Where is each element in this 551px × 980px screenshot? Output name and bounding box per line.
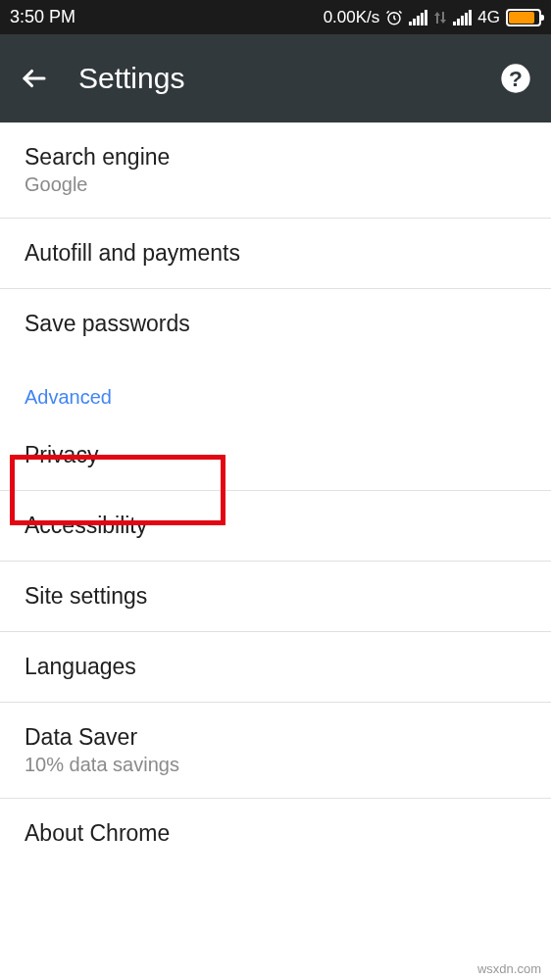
app-bar: Settings ? <box>0 34 551 122</box>
setting-autofill[interactable]: Autofill and payments <box>0 219 551 289</box>
item-title: Search engine <box>25 144 526 171</box>
signal-icon <box>409 10 427 25</box>
signal-icon-2 <box>453 10 472 25</box>
item-title: Accessibility <box>25 513 526 539</box>
setting-languages[interactable]: Languages <box>0 632 551 703</box>
data-arrows-icon <box>433 10 447 25</box>
setting-site-settings[interactable]: Site settings <box>0 562 551 632</box>
setting-privacy[interactable]: Privacy <box>0 420 551 491</box>
item-title: Autofill and payments <box>25 240 526 267</box>
item-title: Site settings <box>25 583 526 610</box>
status-time: 3:50 PM <box>10 7 75 27</box>
setting-search-engine[interactable]: Search engine Google <box>0 122 551 219</box>
battery-icon <box>506 9 541 26</box>
item-title: Privacy <box>25 442 526 468</box>
setting-data-saver[interactable]: Data Saver 10% data savings <box>0 703 551 799</box>
item-subtitle: 10% data savings <box>25 754 526 776</box>
alarm-icon <box>385 9 403 26</box>
setting-save-passwords[interactable]: Save passwords <box>0 289 551 359</box>
section-header-advanced: Advanced <box>0 359 551 420</box>
back-button[interactable] <box>20 64 49 93</box>
page-title: Settings <box>78 62 471 95</box>
setting-about-chrome[interactable]: About Chrome <box>0 799 551 868</box>
settings-list: Search engine Google Autofill and paymen… <box>0 122 551 868</box>
network-label: 4G <box>477 8 500 27</box>
item-title: Save passwords <box>25 311 526 337</box>
status-indicators: 0.00K/s 4G <box>324 8 541 27</box>
help-button[interactable]: ? <box>500 63 531 94</box>
item-title: About Chrome <box>25 820 526 847</box>
item-title: Languages <box>25 654 526 680</box>
svg-text:?: ? <box>509 66 523 91</box>
item-subtitle: Google <box>25 173 526 196</box>
setting-accessibility[interactable]: Accessibility <box>0 491 551 562</box>
item-title: Data Saver <box>25 724 526 751</box>
data-rate: 0.00K/s <box>324 8 380 27</box>
status-bar: 3:50 PM 0.00K/s 4G <box>0 0 551 34</box>
watermark: wsxdn.com <box>477 961 541 976</box>
